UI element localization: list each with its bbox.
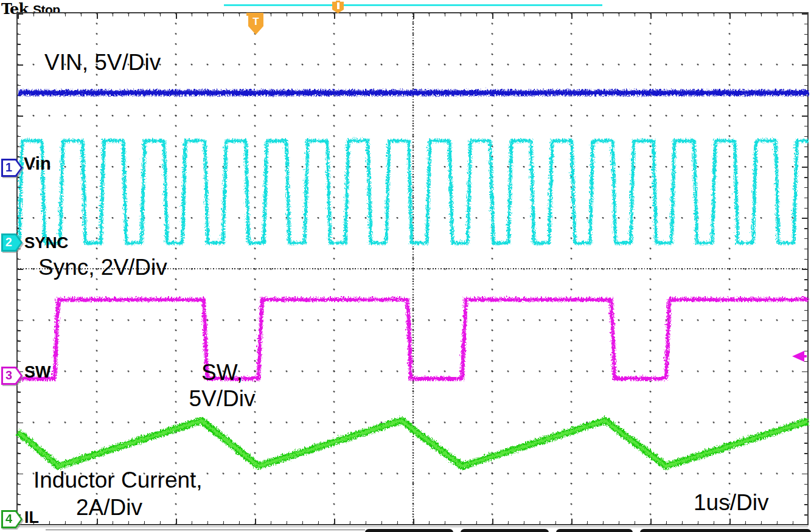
channel-2-badge[interactable]: 2 — [1, 233, 23, 252]
timebase-label: 1us/Div — [694, 491, 768, 515]
channel-3-label: SW — [24, 363, 51, 382]
channel-4-badge[interactable]: 4 — [1, 510, 23, 528]
readout-box-top-4 — [640, 529, 811, 532]
channel-4-number: 4 — [1, 512, 16, 526]
channel-1-badge[interactable]: 1 — [1, 159, 23, 177]
channel-1-number: 1 — [1, 161, 16, 174]
channel-4-label: IL — [24, 508, 39, 527]
annotation-inductor-line1: Inductor Current, — [33, 469, 203, 492]
readout-divider-line — [46, 530, 365, 530]
annotation-vin: VIN, 5V/Div — [44, 51, 161, 75]
left-major-ticks — [18, 13, 23, 524]
channel-3-badge[interactable]: 3 — [1, 367, 23, 385]
channel-1-label: Vin — [24, 154, 51, 174]
ch3-marker-arrow-tail — [802, 355, 807, 358]
channel-2-label: SYNC — [24, 233, 68, 252]
annotation-inductor-line2: 2A/Div — [76, 496, 142, 520]
right-major-ticks — [802, 13, 807, 524]
readout-box-top-3 — [556, 529, 633, 532]
annotation-sync: Sync, 2V/Div — [38, 256, 167, 280]
oscilloscope-screen: TekStop T 1 Vin — [0, 0, 811, 532]
channel-3-number: 3 — [1, 368, 16, 382]
annotation-sw-line2: 5V/Div — [176, 387, 268, 411]
trigger-position-bar — [246, 13, 263, 16]
waveform-preview-bar — [224, 4, 602, 6]
trigger-time-indicator[interactable] — [332, 1, 344, 13]
channel-2-number: 2 — [1, 235, 16, 249]
readout-box-top-1 — [365, 529, 453, 532]
graticule-shadow-line — [17, 527, 808, 527]
top-major-ticks — [18, 13, 807, 19]
readout-box-top-2 — [461, 529, 549, 532]
annotation-sw-line1: SW, — [176, 361, 268, 385]
